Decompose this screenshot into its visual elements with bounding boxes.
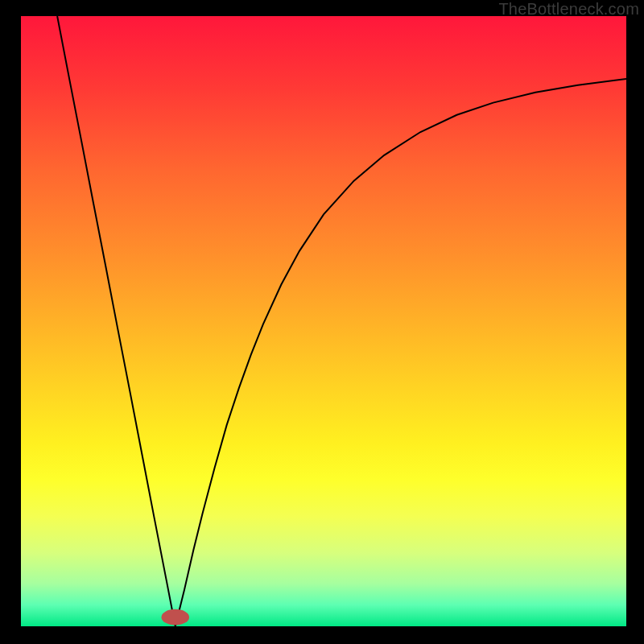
chart-frame	[21, 16, 626, 626]
bottleneck-marker	[161, 609, 189, 625]
bottleneck-chart	[21, 16, 626, 626]
watermark-text: TheBottleneck.com	[498, 0, 639, 19]
chart-background	[21, 16, 626, 626]
